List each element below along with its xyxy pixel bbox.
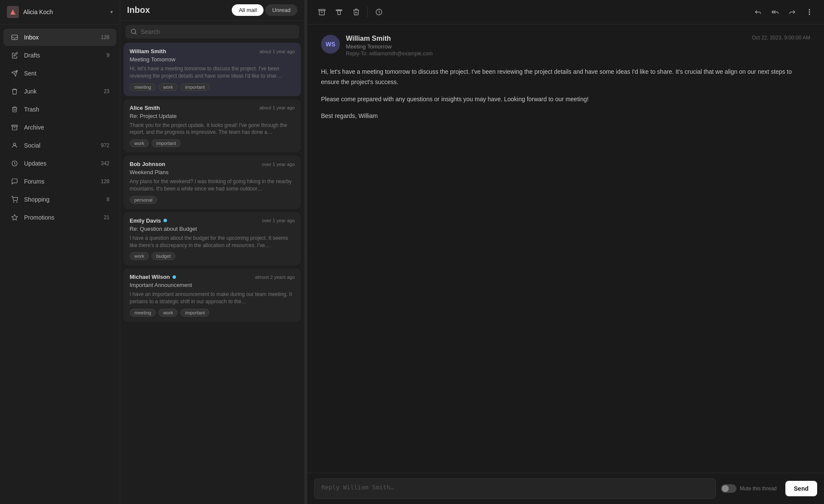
svg-line-11: [135, 33, 137, 35]
sidebar-label-social: Social: [24, 142, 101, 149]
search-bar[interactable]: [125, 25, 299, 39]
move-trash-button[interactable]: [331, 4, 347, 20]
svg-rect-4: [12, 125, 17, 127]
email-list-pane: Inbox All mailUnread William Smith about…: [120, 0, 305, 504]
drafts-icon: [10, 51, 19, 60]
reply-input[interactable]: [314, 478, 716, 499]
email-preview: I have an important announcement to make…: [130, 291, 295, 305]
tag: personal: [130, 196, 157, 204]
sidebar-label-inbox: Inbox: [24, 34, 101, 41]
sidebar-nav: Inbox 128 Drafts 9 Sent Junk 23 Trash Ar…: [0, 24, 120, 504]
email-time: almost 2 years ago: [255, 275, 295, 280]
tag: work: [158, 83, 178, 91]
email-card[interactable]: Emily Davis over 1 year ago Re: Question…: [124, 212, 301, 266]
toggle-thumb: [722, 485, 729, 492]
email-card[interactable]: Michael Wilson almost 2 years ago Import…: [124, 269, 301, 322]
sidebar-item-sent[interactable]: Sent: [3, 65, 116, 82]
email-tags: workimportant: [130, 139, 295, 147]
tag: work: [158, 309, 178, 317]
delete-button[interactable]: [348, 4, 364, 20]
tag: important: [151, 139, 181, 147]
sidebar-item-promotions[interactable]: Promotions 21: [3, 209, 116, 226]
email-tags: meetingworkimportant: [130, 309, 295, 317]
sidebar-item-updates[interactable]: Updates 342: [3, 155, 116, 172]
email-preview: Thank you for the project update. It loo…: [130, 122, 295, 136]
email-sender: Emily Davis: [130, 217, 167, 224]
detail-toolbar: [307, 0, 824, 24]
email-sender: Alice Smith: [130, 105, 160, 111]
reply-button[interactable]: [750, 4, 766, 20]
email-card-header: William Smith about 1 year ago: [130, 48, 295, 54]
sidebar-label-forums: Forums: [24, 178, 101, 185]
sidebar-item-archive[interactable]: Archive: [3, 119, 116, 136]
sidebar-item-forums[interactable]: Forums 128: [3, 173, 116, 190]
tab-bar: All mailUnread: [232, 4, 297, 16]
email-subject: Re: Project Update: [130, 113, 295, 119]
email-time: about 1 year ago: [259, 49, 295, 54]
reply-to: Reply-To: williamsmith@example.com: [346, 51, 752, 57]
forward-button[interactable]: [785, 4, 800, 20]
promotions-icon: [10, 213, 19, 222]
email-list: William Smith about 1 year ago Meeting T…: [120, 43, 304, 504]
body-paragraph: Please come prepared with any questions …: [321, 94, 810, 105]
sidebar-item-social[interactable]: Social 972: [3, 137, 116, 154]
email-card[interactable]: Bob Johnson over 1 year ago Weekend Plan…: [124, 156, 301, 209]
badge-drafts: 9: [106, 52, 109, 58]
mute-toggle[interactable]: [721, 484, 736, 493]
email-sender: William Smith: [130, 48, 166, 54]
toolbar-divider: [367, 7, 368, 17]
junk-icon: [10, 87, 19, 96]
archive-button[interactable]: [314, 4, 330, 20]
email-time: over 1 year ago: [262, 162, 295, 167]
sidebar-item-drafts[interactable]: Drafts 9: [3, 47, 116, 64]
badge-forums: 128: [101, 178, 109, 184]
tag: important: [180, 83, 209, 91]
badge-social: 972: [101, 142, 109, 148]
email-tags: meetingworkimportant: [130, 83, 295, 91]
tab-all[interactable]: All mail: [232, 4, 264, 16]
sidebar-item-inbox[interactable]: Inbox 128: [3, 29, 116, 46]
email-card[interactable]: William Smith about 1 year ago Meeting T…: [124, 43, 301, 96]
search-input[interactable]: [141, 28, 294, 35]
sidebar-label-shopping: Shopping: [24, 196, 106, 203]
tab-unread[interactable]: Unread: [265, 4, 297, 16]
email-detail-content: WS William Smith Meeting Tomorrow Reply-…: [307, 24, 824, 473]
email-body: Hi, let's have a meeting tomorrow to dis…: [321, 67, 810, 121]
svg-point-7: [13, 202, 14, 202]
sidebar-item-shopping[interactable]: Shopping 8: [3, 191, 116, 208]
sidebar-label-junk: Junk: [24, 88, 104, 95]
tag: work: [130, 252, 149, 260]
avatar: WS: [321, 35, 340, 54]
archive-icon: [10, 123, 19, 132]
sidebar-item-junk[interactable]: Junk 23: [3, 83, 116, 100]
send-button[interactable]: Send: [785, 481, 817, 496]
sidebar-label-drafts: Drafts: [24, 52, 106, 59]
snooze-button[interactable]: [371, 4, 387, 20]
reply-all-button[interactable]: [767, 4, 783, 20]
email-subject: Weekend Plans: [130, 169, 295, 175]
email-sender: Michael Wilson: [130, 274, 176, 280]
svg-point-5: [13, 143, 15, 145]
svg-marker-0: [10, 9, 15, 15]
svg-point-15: [809, 9, 810, 10]
sidebar-label-sent: Sent: [24, 70, 109, 77]
account-name: Alicia Koch: [23, 9, 110, 15]
tag: work: [130, 139, 149, 147]
more-options-button[interactable]: [802, 4, 817, 20]
email-card[interactable]: Alice Smith about 1 year ago Re: Project…: [124, 100, 301, 153]
online-indicator: [173, 275, 176, 279]
toolbar-right: [750, 4, 817, 20]
email-sender: Bob Johnson: [130, 161, 165, 167]
chevron-down-icon: ▾: [110, 9, 113, 15]
account-header[interactable]: Alicia Koch ▾: [0, 0, 120, 24]
sidebar-item-trash[interactable]: Trash: [3, 101, 116, 118]
sidebar-label-archive: Archive: [24, 124, 109, 131]
badge-updates: 342: [101, 160, 109, 166]
search-icon: [130, 28, 137, 35]
forums-icon: [10, 177, 19, 186]
badge-junk: 23: [104, 88, 109, 94]
email-subject: Meeting Tomorrow: [346, 43, 752, 50]
sidebar-label-trash: Trash: [24, 106, 109, 113]
sidebar-label-promotions: Promotions: [24, 214, 104, 221]
shopping-icon: [10, 195, 19, 204]
